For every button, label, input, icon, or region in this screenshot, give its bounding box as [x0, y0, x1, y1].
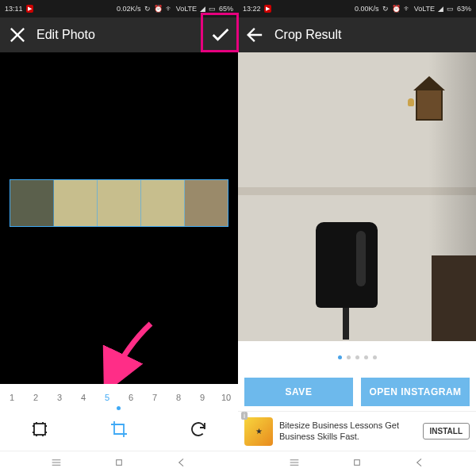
close-icon[interactable]	[6, 24, 29, 46]
slice-5[interactable]: 5	[95, 393, 119, 402]
alarm-icon: ⏰	[154, 5, 163, 13]
page-dot	[347, 355, 351, 359]
ad-headline: Bitesize Business Lessons Get Business S…	[279, 420, 416, 441]
status-right-cluster: 0.00K/s ↻ ⏰ ᯤ VoLTE ◢ ▭ 63%	[355, 5, 471, 13]
slice-3[interactable]: 3	[48, 393, 71, 402]
status-battery: 65%	[219, 5, 233, 13]
status-time: 13:11	[5, 5, 23, 13]
ad-install-button[interactable]: INSTALL	[423, 423, 470, 440]
frame-tool-icon[interactable]	[30, 420, 49, 442]
back-icon[interactable]	[175, 456, 188, 472]
slice-4[interactable]: 4	[71, 393, 95, 402]
status-time: 13:22	[243, 5, 261, 13]
status-net: VoLTE	[414, 5, 435, 13]
notification-icon: ▶	[26, 5, 33, 13]
ad-thumbnail: ★	[244, 417, 273, 446]
photo-canvas[interactable]	[0, 52, 238, 384]
battery-icon: ▭	[209, 5, 216, 13]
arrow-annotation	[87, 314, 167, 384]
crop-tool-icon[interactable]	[109, 420, 129, 442]
status-net: VoLTE	[176, 5, 197, 13]
page-dot	[364, 355, 368, 359]
page-dot	[355, 355, 359, 359]
page-indicator	[238, 341, 476, 373]
home-icon[interactable]	[351, 456, 363, 472]
rotate-tool-icon[interactable]	[189, 420, 208, 442]
wifi-icon: ᯤ	[166, 5, 173, 13]
panorama-strip[interactable]	[10, 179, 228, 227]
action-buttons: SAVE OPEN INSTAGRAM	[238, 373, 476, 411]
ad-banner[interactable]: i ★ Bitesize Business Lessons Get Busine…	[238, 411, 476, 451]
battery-icon: ▭	[447, 5, 454, 13]
svg-rect-0	[34, 424, 45, 435]
sync-icon: ↻	[144, 5, 151, 13]
desk-decor	[432, 255, 476, 341]
back-arrow-icon[interactable]	[244, 24, 267, 46]
back-icon[interactable]	[413, 456, 426, 472]
status-bar: 13:22 ▶ 0.00K/s ↻ ⏰ ᯤ VoLTE ◢ ▭ 63%	[238, 0, 476, 17]
status-speed: 0.00K/s	[355, 5, 379, 13]
app-bar: Crop Result	[238, 17, 476, 52]
svg-rect-2	[355, 459, 360, 465]
slice-2[interactable]: 2	[24, 393, 48, 402]
recent-apps-icon[interactable]	[50, 456, 63, 472]
alarm-icon: ⏰	[392, 5, 401, 13]
status-speed: 0.02K/s	[117, 5, 141, 13]
slice-selector[interactable]: 1 2 3 4 5 6 7 8 9 10	[0, 384, 238, 411]
slice-indicator-dot	[117, 406, 121, 410]
slice-8[interactable]: 8	[167, 393, 190, 402]
page-dot	[373, 355, 377, 359]
shrine-decor	[408, 76, 455, 138]
right-screen: 13:22 ▶ 0.00K/s ↻ ⏰ ᯤ VoLTE ◢ ▭ 63% Crop…	[238, 0, 476, 476]
wifi-icon: ᯤ	[404, 5, 411, 13]
android-nav-bar	[238, 451, 476, 476]
chair-decor	[308, 214, 395, 341]
slice-7[interactable]: 7	[143, 393, 167, 402]
sync-icon: ↻	[382, 5, 389, 13]
save-button[interactable]: SAVE	[244, 378, 353, 406]
page-dot	[338, 355, 342, 359]
ad-info-icon[interactable]: i	[241, 412, 248, 420]
signal-icon: ◢	[438, 5, 443, 13]
recent-apps-icon[interactable]	[288, 456, 301, 472]
slice-9[interactable]: 9	[190, 393, 214, 402]
left-screen: 13:11 ▶ 0.02K/s ↻ ⏰ ᯤ VoLTE ◢ ▭ 65% Edit…	[0, 0, 238, 476]
home-icon[interactable]	[113, 456, 125, 472]
page-title: Crop Result	[274, 28, 341, 42]
svg-rect-1	[117, 459, 122, 465]
status-right-cluster: 0.02K/s ↻ ⏰ ᯤ VoLTE ◢ ▭ 65%	[117, 5, 233, 13]
slice-1[interactable]: 1	[0, 393, 24, 402]
tool-row	[0, 411, 238, 451]
open-instagram-button[interactable]: OPEN INSTAGRAM	[361, 378, 470, 406]
status-battery: 63%	[457, 5, 471, 13]
slice-10[interactable]: 10	[214, 393, 238, 402]
crop-result-image[interactable]	[238, 52, 476, 341]
android-nav-bar	[0, 451, 238, 476]
slice-6[interactable]: 6	[119, 393, 143, 402]
page-title: Edit Photo	[36, 28, 95, 42]
notification-icon: ▶	[264, 5, 271, 13]
confirm-highlight-annotation	[201, 13, 239, 52]
signal-icon: ◢	[200, 5, 205, 13]
